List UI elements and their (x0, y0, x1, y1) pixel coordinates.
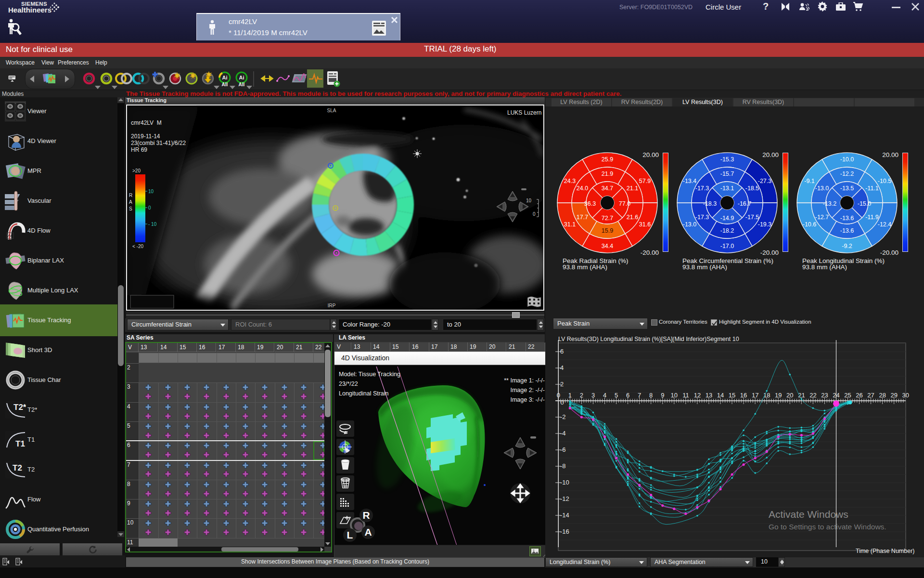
svg-text:4: 4 (603, 392, 606, 399)
svg-text:T2: T2 (13, 463, 22, 473)
svg-text:20.00: 20.00 (882, 151, 898, 158)
svg-text:22: 22 (809, 392, 816, 399)
svg-text:77.0: 77.0 (619, 200, 630, 207)
svg-text:-14: -14 (560, 512, 569, 519)
svg-text:12: 12 (694, 392, 701, 399)
svg-text:23: 23 (821, 392, 828, 399)
svg-text:cmr42LV M: cmr42LV M (131, 119, 162, 126)
svg-text:-2: -2 (560, 413, 566, 420)
svg-text:93.8 mm (AHA): 93.8 mm (AHA) (802, 263, 847, 271)
svg-text:-15.0: -15.0 (858, 200, 872, 207)
svg-text:10: 10 (671, 392, 678, 399)
svg-text:-12.2: -12.2 (840, 171, 854, 177)
svg-text:6: 6 (560, 348, 564, 355)
svg-text:27: 27 (867, 392, 874, 399)
svg-text:-18.5: -18.5 (745, 185, 759, 192)
svg-text:-15.3: -15.3 (720, 156, 734, 163)
svg-text:-17.0: -17.0 (720, 243, 734, 250)
svg-text:-13.5: -13.5 (840, 185, 854, 192)
svg-text:30: 30 (902, 392, 909, 399)
svg-text:0: 0 (148, 205, 151, 210)
svg-text:All: All (239, 82, 245, 87)
svg-text:28: 28 (879, 392, 886, 399)
svg-text:21.1: 21.1 (627, 185, 638, 192)
svg-text:25: 25 (844, 392, 851, 399)
svg-text:8: 8 (649, 392, 653, 399)
svg-text:Ai: Ai (239, 75, 244, 80)
svg-text:>20: >20 (132, 168, 141, 173)
svg-text:-11.9: -11.9 (865, 214, 879, 221)
svg-text:-15.7: -15.7 (720, 171, 734, 177)
svg-text:21.9: 21.9 (602, 171, 613, 177)
svg-text:-13.6: -13.6 (840, 227, 854, 234)
svg-text:-11.1: -11.1 (865, 185, 879, 192)
svg-text:S: S (129, 206, 132, 211)
svg-text:-18.2: -18.2 (720, 227, 734, 234)
svg-text:6: 6 (626, 392, 629, 399)
svg-text:29: 29 (891, 392, 898, 399)
svg-text:-9.1: -9.1 (804, 178, 815, 184)
svg-text:-16.7: -16.7 (738, 200, 752, 207)
svg-text:-19.3: -19.3 (758, 221, 772, 228)
svg-text:26: 26 (856, 392, 862, 399)
svg-text:-10.6: -10.6 (803, 221, 817, 228)
svg-text:-17.5: -17.5 (745, 214, 759, 221)
svg-text:36.3: 36.3 (584, 200, 596, 207)
svg-text:20.00: 20.00 (642, 151, 659, 158)
svg-text:T2*: T2* (13, 403, 26, 412)
svg-text:A: A (129, 199, 132, 205)
svg-text:13: 13 (706, 392, 712, 399)
svg-text:-12: -12 (560, 495, 569, 502)
svg-text:0: 0 (533, 211, 536, 217)
svg-text:14: 14 (717, 392, 724, 399)
svg-text:All: All (222, 82, 228, 87)
svg-text:-12.7: -12.7 (815, 214, 829, 221)
svg-text:93.8 mm (AHA): 93.8 mm (AHA) (563, 263, 607, 271)
svg-text:-9.2: -9.2 (842, 243, 852, 250)
svg-text:24.0: 24.0 (577, 185, 588, 192)
svg-text:-20.00: -20.00 (880, 249, 898, 256)
svg-text:3: 3 (591, 392, 595, 399)
svg-text:19: 19 (775, 392, 782, 399)
svg-text:- 10: - 10 (148, 222, 157, 227)
svg-text:-13.6: -13.6 (840, 215, 854, 222)
svg-text:-18.3: -18.3 (703, 200, 717, 207)
svg-text:20: 20 (786, 392, 793, 399)
svg-text:-17.3: -17.3 (695, 214, 709, 221)
svg-text:SLA: SLA (327, 108, 336, 113)
svg-text:24.3: 24.3 (564, 178, 576, 184)
svg-text:-6: -6 (560, 446, 566, 453)
svg-text:7: 7 (638, 392, 641, 399)
svg-text:17.7: 17.7 (577, 214, 588, 221)
svg-text:0: 0 (557, 392, 560, 399)
svg-text:-8: -8 (560, 462, 566, 470)
svg-text:23(combi 31-41)/6/22: 23(combi 31-41)/6/22 (131, 140, 186, 146)
svg-text:-17.3: -17.3 (695, 185, 709, 192)
svg-text:2: 2 (580, 392, 583, 399)
svg-text:-10.5: -10.5 (878, 178, 892, 184)
svg-text:-16: -16 (560, 528, 569, 535)
svg-text:-10: -10 (560, 479, 569, 486)
svg-text:72.7: 72.7 (602, 215, 613, 222)
svg-text:-13.2: -13.2 (823, 200, 837, 207)
svg-text:31.6: 31.6 (639, 221, 651, 228)
svg-text:IRP: IRP (328, 303, 336, 308)
svg-text:21.6: 21.6 (627, 214, 638, 221)
svg-text:31.1: 31.1 (564, 221, 576, 228)
svg-text:LUKS Luzern: LUKS Luzern (507, 109, 541, 116)
svg-text:15: 15 (729, 392, 735, 399)
svg-text:-14.9: -14.9 (720, 215, 734, 222)
svg-text:2: 2 (560, 381, 564, 388)
svg-text:93.8 mm (AHA): 93.8 mm (AHA) (682, 263, 727, 271)
svg-text:-20.00: -20.00 (760, 249, 779, 256)
svg-text:R: R (129, 193, 132, 198)
svg-text:9: 9 (661, 392, 664, 399)
svg-text:1: 1 (568, 392, 572, 399)
svg-text:25.9: 25.9 (602, 156, 613, 163)
svg-text:15.9: 15.9 (602, 227, 613, 234)
svg-text:5: 5 (615, 392, 618, 399)
svg-text:-13.0: -13.0 (815, 185, 829, 192)
svg-text:11: 11 (682, 392, 689, 399)
svg-text:-13.1: -13.1 (720, 185, 734, 192)
svg-text:T1: T1 (15, 439, 25, 448)
